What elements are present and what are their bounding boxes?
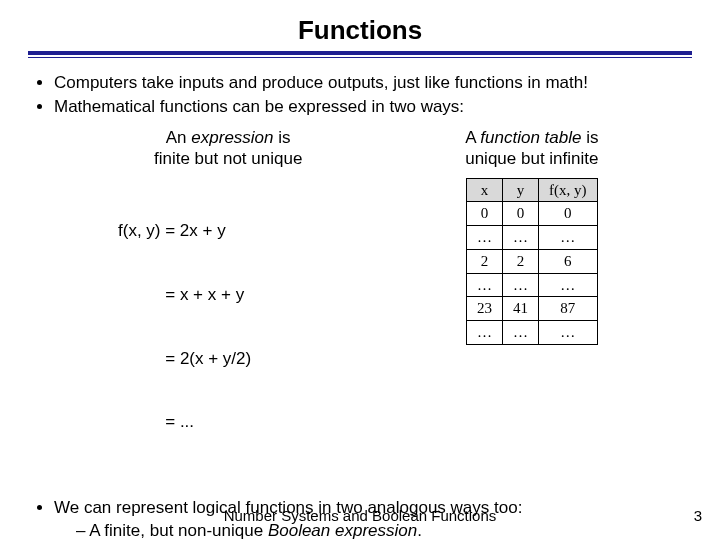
expr-l2: = x + x + y <box>118 284 368 305</box>
table-row: … … … <box>467 321 598 345</box>
cell: 0 <box>539 202 598 226</box>
th-x: x <box>467 178 503 202</box>
table-row: 2 2 6 <box>467 249 598 273</box>
right-column: A function table is unique but infinite … <box>392 127 672 475</box>
expr-l1: f(x, y) = 2x + y <box>118 220 368 241</box>
footer-text: Number Systems and Boolean Functions <box>0 507 720 526</box>
expression-block: f(x, y) = 2x + y = x + x + y = 2(x + y/2… <box>118 178 368 476</box>
cell: … <box>503 273 539 297</box>
lh-em: expression <box>191 128 273 147</box>
cell: … <box>503 226 539 250</box>
cell: … <box>467 321 503 345</box>
bullet-2: Mathematical functions can be expressed … <box>54 96 692 117</box>
table-header-row: x y f(x, y) <box>467 178 598 202</box>
cell: … <box>467 226 503 250</box>
lh-pre: An <box>166 128 192 147</box>
cell: 2 <box>503 249 539 273</box>
th-f: f(x, y) <box>539 178 598 202</box>
left-column: An expression is finite but not unique f… <box>88 127 368 475</box>
cell: 41 <box>503 297 539 321</box>
cell: 2 <box>467 249 503 273</box>
bullet-1: Computers take inputs and produce output… <box>54 72 692 93</box>
expr-l4: = ... <box>118 411 368 432</box>
cell: … <box>467 273 503 297</box>
rh-em: function table <box>480 128 581 147</box>
cell: 0 <box>503 202 539 226</box>
cell: … <box>539 226 598 250</box>
two-columns: An expression is finite but not unique f… <box>88 127 672 475</box>
table-row: … … … <box>467 226 598 250</box>
cell: … <box>539 321 598 345</box>
slide-title: Functions <box>28 14 692 47</box>
cell: … <box>503 321 539 345</box>
slide: Functions Computers take inputs and prod… <box>0 0 720 540</box>
right-heading: A function table is unique but infinite <box>392 127 672 170</box>
function-table: x y f(x, y) 0 0 0 … … … 2 2 6 <box>466 178 598 345</box>
th-y: y <box>503 178 539 202</box>
table-row: … … … <box>467 273 598 297</box>
rh-pre: A <box>465 128 480 147</box>
top-bullets: Computers take inputs and produce output… <box>30 72 692 118</box>
left-heading: An expression is finite but not unique <box>88 127 368 170</box>
rh-line2: unique but infinite <box>465 149 598 168</box>
expr-l3: = 2(x + y/2) <box>118 348 368 369</box>
page-number: 3 <box>694 507 702 526</box>
title-rule-thin <box>28 57 692 58</box>
cell: 87 <box>539 297 598 321</box>
rh-post: is <box>581 128 598 147</box>
table-row: 0 0 0 <box>467 202 598 226</box>
lh-post: is <box>274 128 291 147</box>
lh-line2: finite but not unique <box>154 149 302 168</box>
cell: … <box>539 273 598 297</box>
table-row: 23 41 87 <box>467 297 598 321</box>
cell: 23 <box>467 297 503 321</box>
cell: 0 <box>467 202 503 226</box>
title-rule-thick <box>28 51 692 55</box>
cell: 6 <box>539 249 598 273</box>
